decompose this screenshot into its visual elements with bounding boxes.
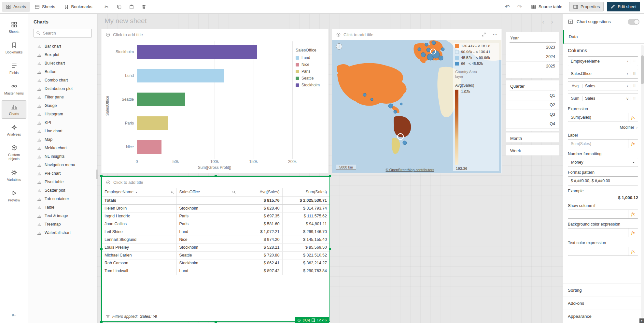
format-pattern-input[interactable] (568, 177, 638, 185)
expression-fx-button[interactable]: fx (628, 113, 638, 122)
table-row[interactable]: Joan CallinsParis$ 581.60$ 94,801.11 (102, 220, 329, 228)
sidebar-item-sheets[interactable]: Sheets (2, 18, 26, 37)
chart-type-treemap[interactable]: Treemap (28, 220, 97, 228)
map-attribution-link[interactable]: © OpenStreetMap contributors (386, 168, 434, 172)
chart-type-histogram[interactable]: Histogram (28, 110, 97, 118)
selection-handle-e[interactable] (329, 248, 331, 250)
chart-suggestions-toggle[interactable] (628, 19, 639, 25)
modifier-toggle[interactable]: Modifier › (568, 125, 637, 130)
section-sorting[interactable]: Sorting (563, 284, 644, 297)
drag-handle-icon[interactable]: ⠿ (631, 72, 638, 76)
sidebar-item-analyses[interactable]: Analyses (2, 121, 26, 139)
properties-scrollbar[interactable] (641, 45, 644, 318)
drag-handle-icon[interactable]: ⠿ (631, 59, 638, 64)
filter-value-2023[interactable]: 2023 (506, 43, 559, 52)
column-header-employeename[interactable]: EmployeeName▲ (102, 188, 176, 197)
filter-week-title[interactable]: Week (510, 147, 556, 155)
table-row[interactable]: Louis PresleyStockholm$ 528.21$ 85,569.5… (102, 243, 329, 251)
chart-type-button[interactable]: Button (28, 67, 97, 76)
paste-button[interactable] (127, 2, 136, 11)
number-formatting-select[interactable]: Money (568, 158, 638, 167)
sidebar-item-charts[interactable]: Charts (2, 100, 26, 119)
copy-button[interactable] (115, 2, 124, 11)
label-input[interactable] (568, 139, 628, 148)
bar-paris[interactable] (137, 116, 168, 130)
bar-lund[interactable] (137, 69, 224, 82)
bar-stockholm[interactable] (137, 45, 257, 59)
bar-chart-title-row[interactable]: Click to add title (102, 29, 328, 40)
filter-value-q2[interactable]: Q2 (506, 100, 559, 110)
map-title-row[interactable]: Click to add title ⋯ (332, 29, 501, 40)
filter-value-2025[interactable]: 2025 (506, 62, 559, 71)
table-row[interactable]: Leif ShineLund$ 1,072.21$ 299,146.70 (102, 228, 329, 236)
column-chip-avg-sales[interactable]: AvgSales›⠿ (568, 81, 638, 91)
text-color-fx-button[interactable]: fx (628, 247, 638, 256)
chart-type-mekko-chart[interactable]: Mekko chart (28, 144, 97, 152)
column-header-salesoffice[interactable]: SalesOffice (176, 188, 238, 197)
map-body[interactable]: i 136.41k - < 181.890.96k - < 136.4145.5… (332, 40, 501, 173)
column-chip-sum-sales[interactable]: SumSales∨⠿ (568, 94, 638, 103)
legend-entry-nice[interactable]: Nice (296, 62, 325, 67)
chart-type-box-plot[interactable]: Box plot (28, 51, 97, 59)
column-chip-salesoffice[interactable]: SalesOffice›⠿ (568, 69, 638, 79)
chart-type-scatter-plot[interactable]: Scatter plot (28, 186, 97, 195)
table-row[interactable]: Michael CarlenSeattle$ 720.88$ 321,510.5… (102, 251, 329, 259)
selection-handle-ne[interactable] (329, 175, 331, 177)
sidebar-item-variables[interactable]: Variables (2, 166, 26, 184)
sidebar-item-custom-objects[interactable]: Custom objects (2, 141, 26, 164)
chart-type-bar-chart[interactable]: Bar chart (28, 42, 97, 51)
filter-value-q4[interactable]: Q4 (506, 119, 559, 129)
scroll-down-button[interactable]: ▾ (639, 318, 644, 323)
column-search-icon[interactable] (232, 190, 236, 194)
chevron-right-icon[interactable]: › (624, 84, 631, 88)
chart-type-nl-insights[interactable]: NL insights (28, 152, 97, 161)
next-sheet-button[interactable]: › (551, 18, 553, 25)
selection-handle-sw[interactable] (100, 321, 103, 323)
table-row[interactable]: Lennart SkoglundNice$ 974.20$ 145,155.40 (102, 236, 329, 243)
table-row[interactable]: Helen BrolinStockholm$ 828.40$ 314,793.7… (102, 204, 329, 212)
overflow-menu-button[interactable]: ⋯ (493, 32, 497, 37)
prev-sheet-button[interactable]: ‹ (542, 18, 544, 25)
tab-sheets[interactable]: Sheets (31, 2, 59, 12)
selection-handle-n[interactable] (215, 175, 217, 177)
column-header-avg-sales[interactable]: Avg(Sales) (238, 188, 282, 197)
properties-button[interactable]: Properties (569, 2, 604, 11)
column-chip-employeename[interactable]: EmployeeName›⠿ (568, 56, 638, 66)
column-header-sum-sales[interactable]: Sum(Sales) (282, 188, 329, 197)
section-add-ons[interactable]: Add-ons (563, 297, 644, 310)
chart-type-table[interactable]: Table (28, 203, 97, 212)
drag-handle-icon[interactable]: ⠿ (631, 84, 638, 88)
tab-assets[interactable]: Assets (2, 2, 30, 12)
filter-pane-week[interactable]: Week (506, 145, 559, 155)
filter-pane-month[interactable]: Month (506, 132, 559, 142)
bar-chart-card[interactable]: Click to add title SalesOffice Stockholm… (101, 29, 329, 173)
chart-type-bullet-chart[interactable]: Bullet chart (28, 59, 97, 67)
filter-value-q1[interactable]: Q1 (506, 91, 559, 100)
legend-entry-paris[interactable]: Paris (296, 69, 325, 74)
edit-sheet-button[interactable]: Edit sheet (607, 2, 640, 11)
scrollbar-thumb[interactable] (641, 55, 644, 84)
table-row[interactable]: Tom LindwallLund$ 897.42$ 290,763.84 (102, 267, 329, 275)
expression-input[interactable] (568, 113, 628, 122)
chevron-right-icon[interactable]: › (624, 59, 631, 64)
assets-search-input[interactable] (34, 29, 92, 37)
cut-button[interactable]: ✂ (102, 2, 111, 11)
panel-resize-handle[interactable] (96, 169, 98, 179)
text-color-input[interactable] (568, 247, 628, 256)
map-card[interactable]: Click to add title ⋯ (332, 29, 502, 173)
selection-handle-nw[interactable] (100, 175, 103, 177)
section-appearance[interactable]: Appearance (563, 310, 644, 323)
tab-bookmarks[interactable]: Bookmarks (60, 2, 96, 12)
selection-handle-w[interactable] (100, 248, 103, 250)
redo-button[interactable]: ↷ (515, 2, 524, 11)
table-card-selected[interactable]: Click to add title EmployeeName▲SalesOff… (101, 176, 330, 322)
table-row[interactable]: Ingrid HendrixParis$ 697.35$ 111,575.62 (102, 212, 329, 220)
sidebar-item-bookmarks[interactable]: Bookmarks (2, 39, 26, 57)
chart-type-tab-container[interactable]: Tab container (28, 195, 97, 203)
filter-year-title[interactable]: Year (510, 34, 556, 43)
background-color-fx-button[interactable]: fx (628, 228, 638, 237)
chart-type-waterfall-chart[interactable]: Waterfall chart (28, 228, 97, 237)
legend-entry-seattle[interactable]: Seattle (296, 76, 325, 81)
table-title-row[interactable]: Click to add title (102, 177, 329, 188)
chart-type-kpi[interactable]: KPI (28, 118, 97, 127)
